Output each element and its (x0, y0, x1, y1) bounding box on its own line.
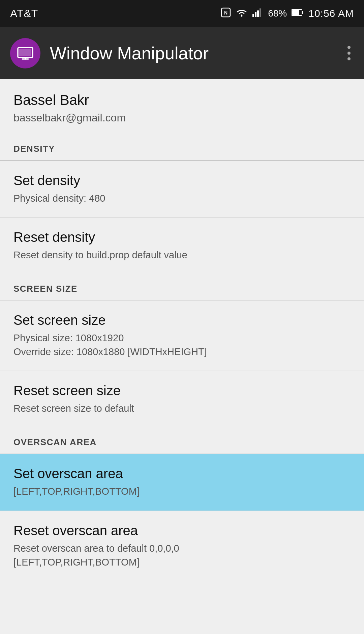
app-bar: Window Manipulator (0, 27, 364, 79)
set-density-subtitle: Physical density: 480 (13, 192, 351, 205)
reset-density-subtitle: Reset density to build.prop default valu… (13, 248, 351, 262)
set-screen-size-item[interactable]: Set screen size Physical size: 1080x1920… (0, 300, 364, 371)
reset-screen-size-item[interactable]: Reset screen size Reset screen size to d… (0, 371, 364, 428)
user-email: basselbakr@gmail.com (13, 112, 351, 124)
reset-density-item[interactable]: Reset density Reset density to build.pro… (0, 218, 364, 274)
svg-rect-5 (257, 10, 259, 17)
svg-rect-4 (255, 12, 256, 17)
density-section-title: DENSITY (13, 144, 351, 154)
overscan-section-header: OVERSCAN AREA (0, 428, 364, 454)
svg-rect-8 (302, 11, 303, 14)
user-name: Bassel Bakr (13, 92, 351, 108)
screen-size-section: SCREEN SIZE Set screen size Physical siz… (0, 274, 364, 428)
reset-density-title: Reset density (13, 230, 351, 245)
app-icon (10, 38, 40, 68)
content-area: Bassel Bakr basselbakr@gmail.com DENSITY… (0, 79, 364, 634)
carrier-label: AT&T (10, 7, 38, 20)
battery-icon (292, 8, 304, 19)
set-density-item[interactable]: Set density Physical density: 480 (0, 161, 364, 218)
overflow-menu-button[interactable] (344, 42, 354, 64)
set-overscan-area-subtitle: [LEFT,TOP,RIGHT,BOTTOM] (13, 485, 351, 498)
app-title: Window Manipulator (50, 43, 209, 63)
screen-size-section-header: SCREEN SIZE (0, 274, 364, 300)
svg-rect-3 (252, 14, 254, 17)
svg-point-2 (241, 15, 243, 17)
app-bar-left: Window Manipulator (10, 38, 209, 68)
reset-screen-size-title: Reset screen size (13, 383, 351, 398)
reset-overscan-area-title: Reset overscan area (13, 523, 351, 538)
user-section: Bassel Bakr basselbakr@gmail.com (0, 79, 364, 134)
svg-rect-9 (292, 10, 299, 15)
overflow-dot-3 (347, 57, 351, 60)
set-screen-size-title: Set screen size (13, 313, 351, 328)
density-section-header: DENSITY (0, 134, 364, 160)
density-section: DENSITY Set density Physical density: 48… (0, 134, 364, 274)
reset-overscan-area-subtitle: Reset overscan area to default 0,0,0,0 [… (13, 542, 351, 569)
reset-overscan-area-item[interactable]: Reset overscan area Reset overscan area … (0, 511, 364, 581)
svg-text:N: N (224, 10, 228, 16)
nfc-icon: N (221, 7, 231, 20)
status-bar: AT&T N 68% (0, 0, 364, 27)
overscan-section: OVERSCAN AREA Set overscan area [LEFT,TO… (0, 428, 364, 581)
overflow-dot-1 (347, 46, 351, 49)
wifi-icon (236, 8, 248, 20)
set-overscan-area-item[interactable]: Set overscan area [LEFT,TOP,RIGHT,BOTTOM… (0, 454, 364, 511)
set-screen-size-subtitle: Physical size: 1080x1920 Override size: … (13, 331, 351, 358)
overflow-dot-2 (347, 52, 351, 55)
svg-rect-6 (260, 8, 261, 17)
set-overscan-area-title: Set overscan area (13, 466, 351, 481)
status-icons: N 68% (221, 7, 354, 20)
reset-screen-size-subtitle: Reset screen size to default (13, 402, 351, 415)
overscan-section-title: OVERSCAN AREA (13, 437, 351, 448)
screen-size-section-title: SCREEN SIZE (13, 284, 351, 294)
time-label: 10:56 AM (308, 8, 354, 19)
svg-rect-11 (19, 49, 31, 56)
set-density-title: Set density (13, 173, 351, 188)
battery-percentage: 68% (268, 8, 287, 19)
signal-icon (252, 8, 263, 20)
